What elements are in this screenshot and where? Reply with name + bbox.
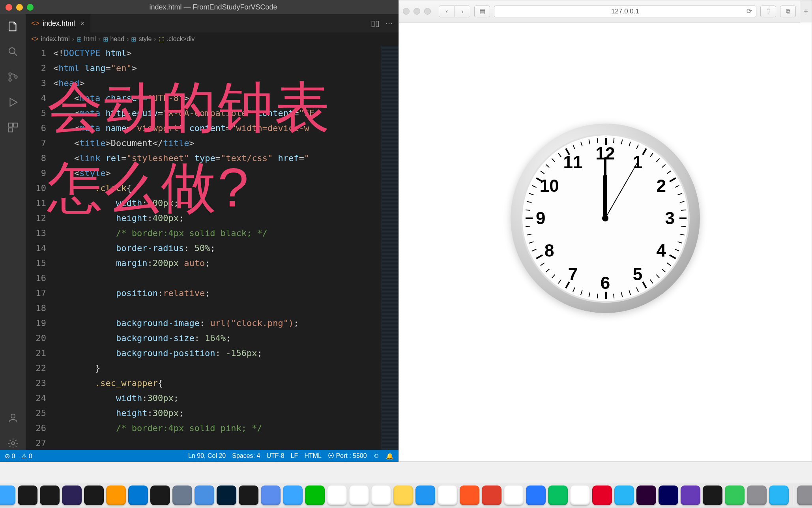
clock-widget: 121234567891011 [511, 124, 700, 313]
dock-app-pycharm[interactable] [40, 486, 60, 505]
dock-app-edraw[interactable] [415, 486, 435, 505]
dock-app-netease[interactable] [592, 486, 612, 505]
dock-app-terminal[interactable] [84, 486, 104, 505]
dock-app-iqiyi[interactable] [305, 486, 325, 505]
dock-app-webstorm[interactable] [150, 486, 170, 505]
dock-app-photoshop[interactable] [217, 486, 236, 505]
svg-point-0 [9, 48, 15, 54]
dock-app-app-blue[interactable] [195, 486, 214, 505]
clock-number-8: 8 [544, 241, 554, 261]
close-icon[interactable] [403, 8, 410, 15]
tick [580, 290, 583, 295]
clock-number-7: 7 [568, 264, 578, 284]
tick [669, 177, 676, 182]
dock-app-vscode[interactable] [128, 486, 148, 505]
indent-setting[interactable]: Spaces: 4 [232, 452, 260, 459]
search-icon[interactable] [6, 45, 20, 58]
dock-app-cloud[interactable] [504, 486, 524, 505]
dock-app-share[interactable] [703, 486, 722, 505]
language-mode[interactable]: HTML [304, 452, 322, 459]
warnings-count[interactable]: ⚠ 0 [21, 452, 32, 460]
cursor-position[interactable]: Ln 90, Col 20 [188, 452, 226, 459]
dock-app-safari[interactable] [283, 486, 303, 505]
refresh-icon[interactable]: ⟳ [747, 7, 752, 15]
dock-app-utility[interactable] [172, 486, 192, 505]
more-actions-icon[interactable]: ⋯ [385, 19, 393, 28]
dock-app-yellow-note[interactable] [393, 486, 413, 505]
tick [536, 254, 543, 259]
extensions-icon[interactable] [6, 121, 20, 134]
crumb[interactable]: .clock>div [167, 36, 195, 43]
dock-app-premiere[interactable] [636, 486, 656, 505]
tick [679, 217, 687, 219]
dock-app-sublime[interactable] [106, 486, 126, 505]
crumb[interactable]: style [138, 36, 152, 43]
dock-app-settings[interactable] [747, 486, 767, 505]
tick [662, 164, 666, 168]
errors-count[interactable]: ⊘ 0 [5, 452, 15, 460]
tabs-button[interactable]: ⧉ [780, 6, 796, 17]
vscode-window: index.html — FrontEndStudyForVSCode <> i… [0, 0, 399, 462]
new-tab-button[interactable]: + [800, 0, 812, 22]
dock-app-sync[interactable] [614, 486, 634, 505]
minimize-icon[interactable] [16, 4, 23, 11]
eol[interactable]: LF [291, 452, 298, 459]
debug-icon[interactable] [6, 96, 20, 109]
dock-app-eclipse[interactable] [62, 486, 82, 505]
minimize-icon[interactable] [413, 8, 420, 15]
svg-point-7 [11, 414, 15, 418]
sidebar-button[interactable]: ▤ [474, 6, 490, 17]
settings-icon[interactable] [6, 437, 20, 450]
share-button[interactable]: ⇧ [760, 6, 776, 17]
dock-app-pycharm2[interactable] [239, 486, 258, 505]
account-icon[interactable] [6, 411, 20, 425]
dock-app-xmind[interactable] [460, 486, 479, 505]
dock-app-stickies[interactable] [349, 486, 369, 505]
split-editor-icon[interactable]: ▯▯ [371, 19, 380, 28]
maximize-icon[interactable] [27, 4, 34, 11]
dock-app-reminders[interactable] [327, 486, 347, 505]
scm-icon[interactable] [6, 70, 20, 84]
tick [656, 274, 660, 278]
dock-separator [793, 486, 793, 505]
forward-button[interactable]: › [455, 6, 470, 17]
tab-close-icon[interactable]: × [80, 19, 85, 28]
dock-app-intellij[interactable] [18, 486, 37, 505]
dock-app-compass[interactable] [261, 486, 281, 505]
dock-app-qq[interactable] [570, 486, 590, 505]
dock-downloads[interactable] [797, 486, 812, 505]
crumb[interactable]: html [84, 36, 96, 43]
crumb[interactable]: index.html [41, 36, 70, 43]
tag-icon: ⊞ [103, 36, 108, 43]
tick [681, 226, 686, 227]
tab-index-html[interactable]: <> index.html × [26, 14, 90, 32]
encoding[interactable]: UTF-8 [266, 452, 284, 459]
window-controls [6, 4, 34, 11]
live-server-port[interactable]: ⦿ Port : 5500 [328, 452, 367, 459]
feedback-icon[interactable]: ☺ [373, 452, 380, 459]
address-bar[interactable]: 127.0.0.1 ⟳ [494, 6, 756, 17]
tag-icon: ⊞ [131, 36, 136, 43]
dock-app-baidu[interactable] [526, 486, 546, 505]
dock-app-wps[interactable] [482, 486, 501, 505]
dock-app-aftereffects[interactable] [659, 486, 678, 505]
svg-point-3 [15, 76, 17, 78]
dock-app-bird[interactable] [769, 486, 789, 505]
dock-app-leaf[interactable] [438, 486, 457, 505]
crumb[interactable]: head [110, 36, 125, 43]
notifications-icon[interactable]: 🔔 [386, 452, 394, 460]
code-content[interactable]: <!DOCTYPE html><html lang="en"><head> <m… [53, 46, 381, 450]
maximize-icon[interactable] [424, 8, 431, 15]
dock-app-finder[interactable] [0, 486, 15, 505]
code-editor[interactable]: 1234567891011121314151617181920212223242… [26, 46, 399, 450]
dock-app-purple[interactable] [681, 486, 700, 505]
breadcrumbs[interactable]: <> index.html› ⊞ html› ⊞ head› ⊞ style› … [26, 32, 399, 46]
tag-icon: ⊞ [77, 36, 82, 43]
dock-app-calendar[interactable] [371, 486, 391, 505]
back-button[interactable]: ‹ [439, 6, 455, 17]
dock-app-messages[interactable] [725, 486, 745, 505]
close-icon[interactable] [6, 4, 12, 11]
explorer-icon[interactable] [6, 20, 20, 33]
dock-app-wechat[interactable] [548, 486, 568, 505]
minimap[interactable] [381, 46, 399, 450]
